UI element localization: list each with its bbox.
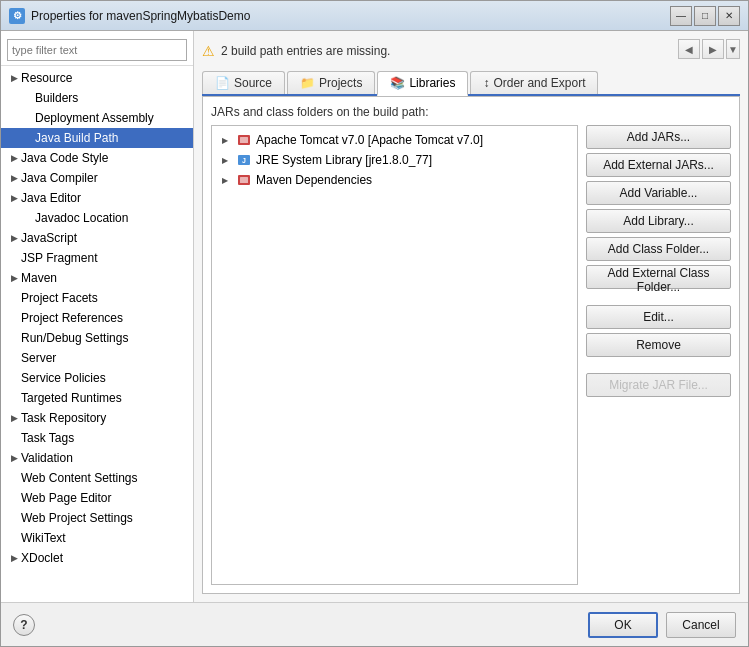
tree-expand-icon: ▶: [218, 133, 232, 147]
sidebar-item-xdoclet[interactable]: ▶XDoclet: [1, 548, 193, 568]
action-buttons: Add JARs... Add External JARs... Add Var…: [586, 125, 731, 585]
btn-spacer: [586, 293, 731, 301]
sidebar-item-maven[interactable]: ▶Maven: [1, 268, 193, 288]
sidebar-item-java-build-path[interactable]: Java Build Path: [1, 128, 193, 148]
window-title: Properties for mavenSpringMybatisDemo: [31, 9, 670, 23]
lib-icon-maven: [236, 172, 252, 188]
sidebar-item-task-repository[interactable]: ▶Task Repository: [1, 408, 193, 428]
sidebar-item-targeted-runtimes[interactable]: Targeted Runtimes: [1, 388, 193, 408]
add-variable-button[interactable]: Add Variable...: [586, 181, 731, 205]
tab-icon-libraries: 📚: [390, 76, 405, 90]
tab-label-source: Source: [234, 76, 272, 90]
minimize-button[interactable]: —: [670, 6, 692, 26]
sidebar-item-web-content-settings[interactable]: Web Content Settings: [1, 468, 193, 488]
tree-item-label: JRE System Library [jre1.8.0_77]: [256, 153, 432, 167]
sidebar-item-label: Task Tags: [21, 431, 74, 445]
tab-source[interactable]: 📄Source: [202, 71, 285, 94]
sidebar-item-jsp-fragment[interactable]: JSP Fragment: [1, 248, 193, 268]
sidebar-item-project-facets[interactable]: Project Facets: [1, 288, 193, 308]
sidebar-item-javadoc-location[interactable]: Javadoc Location: [1, 208, 193, 228]
sidebar-item-web-project-settings[interactable]: Web Project Settings: [1, 508, 193, 528]
panel-body: ▶Apache Tomcat v7.0 [Apache Tomcat v7.0]…: [211, 125, 731, 585]
ok-button[interactable]: OK: [588, 612, 658, 638]
sidebar-item-deployment-assembly[interactable]: Deployment Assembly: [1, 108, 193, 128]
filter-wrap: [1, 35, 193, 66]
sidebar-item-label: Maven: [21, 271, 57, 285]
sidebar-item-label: Project Facets: [21, 291, 98, 305]
tab-projects[interactable]: 📁Projects: [287, 71, 375, 94]
sidebar-item-javascript[interactable]: ▶JavaScript: [1, 228, 193, 248]
tree-arrow-icon: ▶: [7, 271, 21, 285]
tree-item-jre[interactable]: ▶JJRE System Library [jre1.8.0_77]: [212, 150, 577, 170]
window-icon: ⚙: [9, 8, 25, 24]
sidebar-item-label: Project References: [21, 311, 123, 325]
remove-button[interactable]: Remove: [586, 333, 731, 357]
bottom-left: ?: [13, 614, 580, 636]
tree-item-tomcat[interactable]: ▶Apache Tomcat v7.0 [Apache Tomcat v7.0]: [212, 130, 577, 150]
tree-arrow-icon: ▶: [7, 551, 21, 565]
sidebar-item-label: XDoclet: [21, 551, 63, 565]
sidebar-item-resource[interactable]: ▶Resource: [1, 68, 193, 88]
sidebar-item-label: Server: [21, 351, 56, 365]
edit-button[interactable]: Edit...: [586, 305, 731, 329]
sidebar-item-label: WikiText: [21, 531, 66, 545]
tab-libraries[interactable]: 📚Libraries: [377, 71, 468, 96]
add-jars-button[interactable]: Add JARs...: [586, 125, 731, 149]
cancel-button[interactable]: Cancel: [666, 612, 736, 638]
add-external-jars-button[interactable]: Add External JARs...: [586, 153, 731, 177]
sidebar-item-label: Java Editor: [21, 191, 81, 205]
add-class-folder-button[interactable]: Add Class Folder...: [586, 237, 731, 261]
maximize-button[interactable]: □: [694, 6, 716, 26]
tab-icon-projects: 📁: [300, 76, 315, 90]
warning-icon: ⚠: [202, 43, 215, 59]
tab-order-export[interactable]: ↕Order and Export: [470, 71, 598, 94]
content-area: ▶ResourceBuildersDeployment AssemblyJava…: [1, 31, 748, 602]
close-button[interactable]: ✕: [718, 6, 740, 26]
migrate-jar-button[interactable]: Migrate JAR File...: [586, 373, 731, 397]
build-path-tree[interactable]: ▶Apache Tomcat v7.0 [Apache Tomcat v7.0]…: [211, 125, 578, 585]
sidebar-item-label: Service Policies: [21, 371, 106, 385]
sidebar-item-label: Resource: [21, 71, 72, 85]
add-external-class-folder-button[interactable]: Add External Class Folder...: [586, 265, 731, 289]
help-button[interactable]: ?: [13, 614, 35, 636]
tree-arrow-icon: ▶: [7, 451, 21, 465]
lib-icon-jre: J: [236, 152, 252, 168]
nav-back-button[interactable]: ◀: [678, 39, 700, 59]
tree-item-maven[interactable]: ▶Maven Dependencies: [212, 170, 577, 190]
tree-expand-icon: ▶: [218, 153, 232, 167]
window-controls: — □ ✕: [670, 6, 740, 26]
sidebar-item-service-policies[interactable]: Service Policies: [1, 368, 193, 388]
sidebar-item-label: JavaScript: [21, 231, 77, 245]
svg-text:J: J: [242, 157, 246, 164]
nav-forward-button[interactable]: ▶: [702, 39, 724, 59]
tree-arrow-icon: ▶: [7, 411, 21, 425]
sidebar-item-task-tags[interactable]: Task Tags: [1, 428, 193, 448]
sidebar-item-label: Web Project Settings: [21, 511, 133, 525]
filter-input[interactable]: [7, 39, 187, 61]
sidebar-item-validation[interactable]: ▶Validation: [1, 448, 193, 468]
sidebar-item-label: Web Page Editor: [21, 491, 112, 505]
tab-label-libraries: Libraries: [409, 76, 455, 90]
sidebar-item-java-editor[interactable]: ▶Java Editor: [1, 188, 193, 208]
sidebar-item-project-references[interactable]: Project References: [1, 308, 193, 328]
sidebar-item-label: Builders: [35, 91, 78, 105]
add-library-button[interactable]: Add Library...: [586, 209, 731, 233]
nav-dropdown-button[interactable]: ▼: [726, 39, 740, 59]
sidebar-item-java-code-style[interactable]: ▶Java Code Style: [1, 148, 193, 168]
sidebar-items-container: ▶ResourceBuildersDeployment AssemblyJava…: [1, 68, 193, 568]
sidebar-item-run-debug-settings[interactable]: Run/Debug Settings: [1, 328, 193, 348]
nav-buttons: ◀ ▶ ▼: [678, 39, 740, 59]
sidebar-item-label: Web Content Settings: [21, 471, 138, 485]
sidebar-item-label: Task Repository: [21, 411, 106, 425]
tree-arrow-icon: ▶: [7, 231, 21, 245]
sidebar-item-java-compiler[interactable]: ▶Java Compiler: [1, 168, 193, 188]
sidebar-item-web-page-editor[interactable]: Web Page Editor: [1, 488, 193, 508]
sidebar-item-label: Targeted Runtimes: [21, 391, 122, 405]
main-panel: ⚠ 2 build path entries are missing. ◀ ▶ …: [194, 31, 748, 602]
panel-content: JARs and class folders on the build path…: [202, 96, 740, 594]
svg-rect-5: [240, 177, 248, 183]
sidebar-item-server[interactable]: Server: [1, 348, 193, 368]
tree-arrow-icon: ▶: [7, 71, 21, 85]
sidebar-item-builders[interactable]: Builders: [1, 88, 193, 108]
sidebar-item-wikitext[interactable]: WikiText: [1, 528, 193, 548]
